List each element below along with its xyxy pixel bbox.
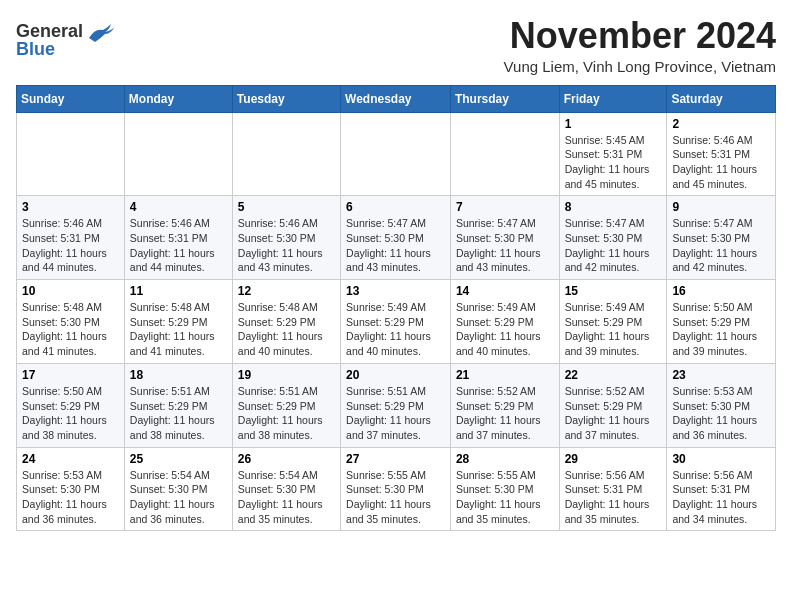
day-info: Sunrise: 5:50 AM Sunset: 5:29 PM Dayligh…: [672, 300, 770, 359]
calendar-cell: 4Sunrise: 5:46 AM Sunset: 5:31 PM Daylig…: [124, 196, 232, 280]
day-number: 22: [565, 368, 662, 382]
day-info: Sunrise: 5:48 AM Sunset: 5:29 PM Dayligh…: [238, 300, 335, 359]
day-info: Sunrise: 5:54 AM Sunset: 5:30 PM Dayligh…: [130, 468, 227, 527]
day-info: Sunrise: 5:49 AM Sunset: 5:29 PM Dayligh…: [456, 300, 554, 359]
calendar-cell: 21Sunrise: 5:52 AM Sunset: 5:29 PM Dayli…: [450, 363, 559, 447]
header-row: SundayMondayTuesdayWednesdayThursdayFrid…: [17, 85, 776, 112]
day-info: Sunrise: 5:46 AM Sunset: 5:31 PM Dayligh…: [22, 216, 119, 275]
day-info: Sunrise: 5:50 AM Sunset: 5:29 PM Dayligh…: [22, 384, 119, 443]
column-header-thursday: Thursday: [450, 85, 559, 112]
day-number: 6: [346, 200, 445, 214]
day-number: 24: [22, 452, 119, 466]
calendar-cell: [17, 112, 125, 196]
logo: General Blue: [16, 20, 115, 60]
day-number: 23: [672, 368, 770, 382]
calendar-cell: 18Sunrise: 5:51 AM Sunset: 5:29 PM Dayli…: [124, 363, 232, 447]
calendar-cell: 28Sunrise: 5:55 AM Sunset: 5:30 PM Dayli…: [450, 447, 559, 531]
column-header-sunday: Sunday: [17, 85, 125, 112]
column-header-monday: Monday: [124, 85, 232, 112]
logo-bird-icon: [85, 20, 115, 50]
day-number: 8: [565, 200, 662, 214]
day-info: Sunrise: 5:46 AM Sunset: 5:30 PM Dayligh…: [238, 216, 335, 275]
column-header-friday: Friday: [559, 85, 667, 112]
page-header: General Blue November 2024 Vung Liem, Vi…: [16, 16, 776, 75]
calendar-table: SundayMondayTuesdayWednesdayThursdayFrid…: [16, 85, 776, 532]
logo-general: General: [16, 22, 83, 40]
calendar-cell: 11Sunrise: 5:48 AM Sunset: 5:29 PM Dayli…: [124, 280, 232, 364]
day-number: 5: [238, 200, 335, 214]
calendar-cell: 25Sunrise: 5:54 AM Sunset: 5:30 PM Dayli…: [124, 447, 232, 531]
week-row-2: 3Sunrise: 5:46 AM Sunset: 5:31 PM Daylig…: [17, 196, 776, 280]
day-number: 16: [672, 284, 770, 298]
day-info: Sunrise: 5:51 AM Sunset: 5:29 PM Dayligh…: [346, 384, 445, 443]
day-number: 28: [456, 452, 554, 466]
day-info: Sunrise: 5:48 AM Sunset: 5:30 PM Dayligh…: [22, 300, 119, 359]
calendar-cell: 13Sunrise: 5:49 AM Sunset: 5:29 PM Dayli…: [341, 280, 451, 364]
day-info: Sunrise: 5:49 AM Sunset: 5:29 PM Dayligh…: [346, 300, 445, 359]
day-info: Sunrise: 5:49 AM Sunset: 5:29 PM Dayligh…: [565, 300, 662, 359]
day-info: Sunrise: 5:48 AM Sunset: 5:29 PM Dayligh…: [130, 300, 227, 359]
column-header-wednesday: Wednesday: [341, 85, 451, 112]
day-number: 4: [130, 200, 227, 214]
calendar-cell: 6Sunrise: 5:47 AM Sunset: 5:30 PM Daylig…: [341, 196, 451, 280]
day-info: Sunrise: 5:47 AM Sunset: 5:30 PM Dayligh…: [565, 216, 662, 275]
title-area: November 2024 Vung Liem, Vinh Long Provi…: [504, 16, 776, 75]
calendar-cell: 12Sunrise: 5:48 AM Sunset: 5:29 PM Dayli…: [232, 280, 340, 364]
day-number: 20: [346, 368, 445, 382]
day-number: 29: [565, 452, 662, 466]
calendar-cell: 9Sunrise: 5:47 AM Sunset: 5:30 PM Daylig…: [667, 196, 776, 280]
day-number: 13: [346, 284, 445, 298]
calendar-cell: [341, 112, 451, 196]
day-info: Sunrise: 5:46 AM Sunset: 5:31 PM Dayligh…: [130, 216, 227, 275]
week-row-4: 17Sunrise: 5:50 AM Sunset: 5:29 PM Dayli…: [17, 363, 776, 447]
calendar-cell: [232, 112, 340, 196]
day-number: 7: [456, 200, 554, 214]
day-info: Sunrise: 5:47 AM Sunset: 5:30 PM Dayligh…: [456, 216, 554, 275]
calendar-cell: 14Sunrise: 5:49 AM Sunset: 5:29 PM Dayli…: [450, 280, 559, 364]
day-number: 19: [238, 368, 335, 382]
calendar-cell: [124, 112, 232, 196]
calendar-cell: 3Sunrise: 5:46 AM Sunset: 5:31 PM Daylig…: [17, 196, 125, 280]
day-number: 26: [238, 452, 335, 466]
day-number: 1: [565, 117, 662, 131]
calendar-cell: 5Sunrise: 5:46 AM Sunset: 5:30 PM Daylig…: [232, 196, 340, 280]
day-info: Sunrise: 5:47 AM Sunset: 5:30 PM Dayligh…: [346, 216, 445, 275]
day-info: Sunrise: 5:45 AM Sunset: 5:31 PM Dayligh…: [565, 133, 662, 192]
day-number: 10: [22, 284, 119, 298]
week-row-5: 24Sunrise: 5:53 AM Sunset: 5:30 PM Dayli…: [17, 447, 776, 531]
day-number: 30: [672, 452, 770, 466]
calendar-cell: 8Sunrise: 5:47 AM Sunset: 5:30 PM Daylig…: [559, 196, 667, 280]
calendar-cell: 29Sunrise: 5:56 AM Sunset: 5:31 PM Dayli…: [559, 447, 667, 531]
calendar-cell: 22Sunrise: 5:52 AM Sunset: 5:29 PM Dayli…: [559, 363, 667, 447]
day-number: 17: [22, 368, 119, 382]
day-number: 21: [456, 368, 554, 382]
day-info: Sunrise: 5:52 AM Sunset: 5:29 PM Dayligh…: [456, 384, 554, 443]
day-info: Sunrise: 5:51 AM Sunset: 5:29 PM Dayligh…: [238, 384, 335, 443]
day-info: Sunrise: 5:53 AM Sunset: 5:30 PM Dayligh…: [22, 468, 119, 527]
calendar-cell: 20Sunrise: 5:51 AM Sunset: 5:29 PM Dayli…: [341, 363, 451, 447]
calendar-cell: 17Sunrise: 5:50 AM Sunset: 5:29 PM Dayli…: [17, 363, 125, 447]
calendar-cell: 16Sunrise: 5:50 AM Sunset: 5:29 PM Dayli…: [667, 280, 776, 364]
calendar-cell: 30Sunrise: 5:56 AM Sunset: 5:31 PM Dayli…: [667, 447, 776, 531]
calendar-cell: 2Sunrise: 5:46 AM Sunset: 5:31 PM Daylig…: [667, 112, 776, 196]
calendar-cell: 24Sunrise: 5:53 AM Sunset: 5:30 PM Dayli…: [17, 447, 125, 531]
calendar-cell: 1Sunrise: 5:45 AM Sunset: 5:31 PM Daylig…: [559, 112, 667, 196]
calendar-cell: [450, 112, 559, 196]
week-row-1: 1Sunrise: 5:45 AM Sunset: 5:31 PM Daylig…: [17, 112, 776, 196]
calendar-cell: 23Sunrise: 5:53 AM Sunset: 5:30 PM Dayli…: [667, 363, 776, 447]
day-info: Sunrise: 5:52 AM Sunset: 5:29 PM Dayligh…: [565, 384, 662, 443]
column-header-tuesday: Tuesday: [232, 85, 340, 112]
day-number: 18: [130, 368, 227, 382]
logo-blue: Blue: [16, 40, 83, 58]
day-number: 3: [22, 200, 119, 214]
calendar-cell: 7Sunrise: 5:47 AM Sunset: 5:30 PM Daylig…: [450, 196, 559, 280]
day-number: 15: [565, 284, 662, 298]
day-number: 9: [672, 200, 770, 214]
column-header-saturday: Saturday: [667, 85, 776, 112]
day-number: 25: [130, 452, 227, 466]
day-info: Sunrise: 5:51 AM Sunset: 5:29 PM Dayligh…: [130, 384, 227, 443]
day-number: 27: [346, 452, 445, 466]
day-number: 14: [456, 284, 554, 298]
calendar-cell: 19Sunrise: 5:51 AM Sunset: 5:29 PM Dayli…: [232, 363, 340, 447]
calendar-cell: 10Sunrise: 5:48 AM Sunset: 5:30 PM Dayli…: [17, 280, 125, 364]
